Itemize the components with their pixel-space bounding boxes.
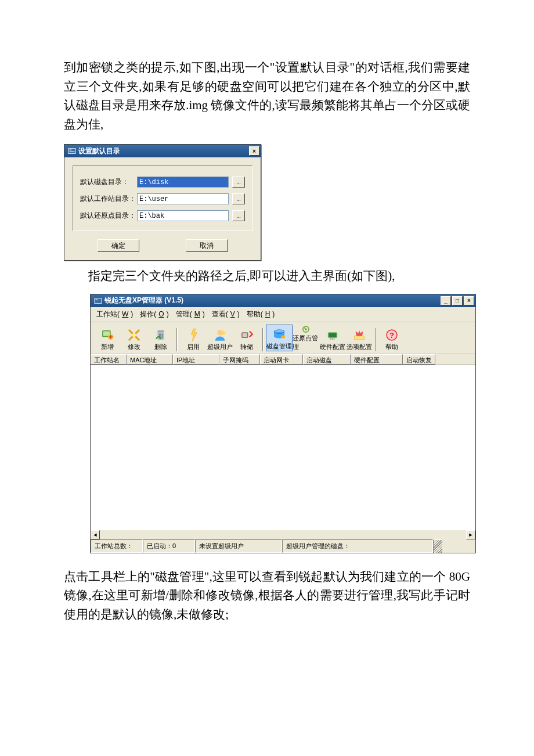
toolbar-restoremgr-button[interactable]: 还原点管理 [293, 325, 319, 351]
help-icon: ? [384, 327, 399, 343]
scroll-left-button[interactable]: ◄ [91, 530, 100, 539]
disk-dir-label: 默认磁盘目录： [80, 177, 137, 187]
toolbar-hardware-button[interactable]: 硬件配置 [319, 325, 346, 351]
toolbar-delete-button[interactable]: 删除 [147, 325, 174, 351]
workstation-dir-input[interactable] [137, 193, 229, 204]
workstation-dir-label: 默认工作站目录： [80, 194, 137, 204]
delete-icon [153, 327, 168, 343]
svg-rect-4 [96, 299, 98, 300]
svg-rect-13 [243, 333, 247, 337]
toolbar-diskmgr-button[interactable]: 磁盘管理 [266, 325, 293, 351]
close-button[interactable]: × [464, 296, 474, 305]
svg-rect-2 [70, 151, 75, 152]
dialog-title: 设置默认目录 [78, 146, 120, 156]
options-icon [352, 327, 367, 343]
dialog-titlebar[interactable]: 设置默认目录 × [64, 145, 261, 157]
column-header[interactable]: 启动网卡 [260, 354, 303, 365]
svg-rect-16 [281, 335, 285, 338]
add-icon [100, 327, 115, 343]
column-header[interactable]: 启动恢复 [403, 354, 435, 365]
restore-dir-input[interactable] [137, 210, 229, 221]
svg-rect-1 [70, 150, 72, 151]
scroll-right-button[interactable]: ► [466, 530, 475, 539]
toolbar-dump-button[interactable]: 转储 [233, 325, 260, 351]
paragraph-3: 点击工具栏上的"磁盘管理",这里可以查看到锐起默认为我们建立的一个 80G 镜像… [64, 567, 470, 624]
restore-dir-browse-button[interactable]: ... [232, 210, 245, 221]
statusbar: 工作站总数：已启动：0未设置超级用户超级用户管理的磁盘： [91, 539, 475, 553]
toolbar-sep [262, 328, 264, 351]
app-icon [68, 147, 76, 155]
menu-operation[interactable]: 操作(O) [138, 309, 171, 320]
status-cell: 未设置超级用户 [195, 539, 282, 553]
column-headers[interactable]: 工作站名MAC地址IP地址子网掩码启动网卡启动磁盘硬件配置启动恢复 [91, 354, 475, 365]
menu-view[interactable]: 查看(V) [210, 309, 242, 320]
resize-grip[interactable] [433, 539, 442, 553]
horizontal-scrollbar[interactable]: ◄ ► [91, 530, 475, 539]
toolbar: 新增 修改 删除 启用 超级用户 转储 磁盘管理 还原点管 [91, 322, 475, 354]
restore-dir-label: 默认还原点目录： [80, 211, 137, 221]
status-cell: 已启动：0 [143, 539, 195, 553]
restore-icon [298, 325, 313, 334]
toolbar-add-button[interactable]: 新增 [94, 325, 121, 351]
edit-icon [127, 327, 142, 343]
ok-button[interactable]: 确定 [98, 239, 139, 252]
app-title: 锐起无盘XP管理器 (V1.5) [104, 296, 183, 305]
column-header[interactable]: 启动磁盘 [303, 354, 351, 365]
hardware-icon [325, 327, 340, 343]
column-header[interactable]: IP地址 [173, 354, 219, 365]
svg-text:?: ? [389, 331, 394, 340]
svg-rect-20 [329, 333, 337, 337]
toolbar-sep [176, 328, 178, 351]
disk-dir-browse-button[interactable]: ... [232, 177, 245, 188]
user-icon [212, 327, 228, 343]
svg-point-18 [305, 328, 307, 330]
status-cell: 工作站总数： [91, 539, 143, 553]
toolbar-enable-button[interactable]: 启用 [180, 325, 207, 351]
menu-workstation[interactable]: 工作站(W) [94, 309, 135, 320]
svg-rect-24 [355, 336, 364, 340]
status-cell: 超级用户管理的磁盘： [282, 539, 433, 553]
disk-dir-input[interactable] [137, 177, 229, 188]
cancel-button[interactable]: 取消 [186, 239, 228, 252]
app-icon [94, 297, 102, 305]
menu-help[interactable]: 帮助(H) [244, 309, 277, 320]
paragraph-1: 到加密锁之类的提示,如下图,出现一个"设置默认目录"的对话框,我们需要建立三个文… [64, 58, 470, 134]
workstation-dir-browse-button[interactable]: ... [232, 193, 245, 204]
column-header[interactable]: 工作站名 [91, 354, 127, 365]
toolbar-superuser-button[interactable]: 超级用户 [207, 325, 233, 351]
column-header[interactable]: 子网掩码 [219, 354, 260, 365]
toolbar-edit-button[interactable]: 修改 [121, 325, 147, 351]
toolbar-options-button[interactable]: 选项配置 [346, 325, 373, 351]
workstation-list[interactable]: ◄ ► [91, 365, 475, 539]
column-header[interactable]: MAC地址 [127, 354, 173, 365]
menubar[interactable]: 工作站(W) 操作(O) 管理(M) 查看(V) 帮助(H) [91, 307, 475, 322]
dialog-group: 默认磁盘目录： ... 默认工作站目录： ... 默认还原点目录： ... [73, 165, 252, 231]
enable-icon [186, 327, 201, 343]
disk-icon [272, 327, 287, 342]
toolbar-help-button[interactable]: ? 帮助 [378, 325, 405, 351]
svg-rect-3 [95, 298, 102, 303]
menu-manage[interactable]: 管理(M) [174, 309, 207, 320]
svg-rect-23 [334, 338, 335, 340]
svg-rect-22 [331, 338, 333, 340]
maximize-button[interactable]: □ [452, 296, 463, 305]
default-dir-dialog: 设置默认目录 × 默认磁盘目录： ... 默认工作站目录： ... 默认还原点目… [64, 144, 261, 261]
close-button[interactable]: × [249, 146, 259, 156]
paragraph-2: 指定完三个文件夹的路径之后,即可以进入主界面(如下图), [64, 267, 470, 286]
column-header[interactable]: 硬件配置 [351, 354, 403, 365]
main-app-window: 锐起无盘XP管理器 (V1.5) _ □ × 工作站(W) 操作(O) 管理(M… [90, 294, 476, 553]
app-titlebar[interactable]: 锐起无盘XP管理器 (V1.5) _ □ × [91, 294, 475, 307]
svg-rect-21 [330, 338, 331, 340]
dump-icon [239, 327, 254, 343]
minimize-button[interactable]: _ [441, 296, 451, 305]
svg-point-8 [132, 333, 136, 337]
toolbar-sep [375, 328, 376, 351]
